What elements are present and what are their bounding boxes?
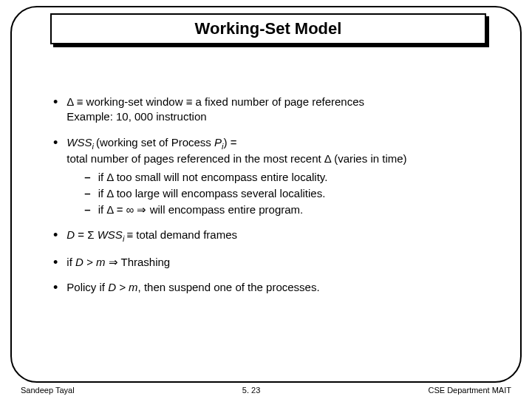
bullet-dot: • [53,281,58,295]
text: D [66,228,75,241]
text: Policy if [66,281,108,293]
slide-content: • Δ ≡ working-set window ≡ a fixed numbe… [53,95,497,306]
bullet-2: • WSSi (working set of Process Pi) = tot… [53,135,497,218]
bullet-dot: • [53,95,58,125]
sub-list: –if Δ too small will not encompass entir… [84,170,497,218]
footer-right: CSE Department MAIT [429,386,511,395]
text: = Σ [75,228,98,241]
bullet-body: D = Σ WSSi ≡ total demand frames [66,228,497,245]
footer-left: Sandeep Tayal [21,386,75,395]
text: if Δ = ∞ ⇒ will encompass entire program… [98,202,304,217]
text: Δ ≡ working-set window ≡ a fixed number … [66,95,364,108]
bullet-dot: • [53,256,58,270]
bullet-body: if D > m ⇒ Thrashing [66,255,497,270]
bullet-body: Policy if D > m, then suspend one of the… [66,280,497,295]
text: D > m [75,256,105,268]
text: ) = [224,136,237,149]
text: total number of pages referenced in the … [66,152,406,165]
text: ⇒ Thrashing [105,256,170,268]
sub-item: –if Δ = ∞ ⇒ will encompass entire progra… [84,202,497,217]
text: Example: 10, 000 instruction [66,110,206,123]
bullet-dot: • [53,136,58,218]
text: P [214,136,222,149]
sub-item: –if Δ too small will not encompass entir… [84,170,497,185]
text: (working set of Process [96,136,214,149]
text: if Δ too small will not encompass entire… [98,170,328,185]
text: WSS [98,228,123,241]
text: WSS [66,136,92,149]
text: ≡ total demand frames [126,228,237,241]
bullet-1: • Δ ≡ working-set window ≡ a fixed numbe… [53,95,497,125]
bullet-dot: • [53,228,58,245]
dash-icon: – [84,170,90,185]
dash-icon: – [84,186,90,201]
title-box: Working-Set Model [50,13,486,44]
bullet-body: Δ ≡ working-set window ≡ a fixed number … [66,95,497,125]
footer: Sandeep Tayal 5. 23 CSE Department MAIT [21,386,511,395]
text: if Δ too large will encompass several lo… [98,186,326,201]
bullet-3: • D = Σ WSSi ≡ total demand frames [53,228,497,245]
text: if [66,256,75,268]
dash-icon: – [84,202,90,217]
slide-title: Working-Set Model [195,19,342,38]
text: , then suspend one of the processes. [138,281,320,293]
bullet-body: WSSi (working set of Process Pi) = total… [66,135,497,218]
sub-item: –if Δ too large will encompass several l… [84,186,497,201]
footer-center: 5. 23 [242,386,260,395]
bullet-5: • Policy if D > m, then suspend one of t… [53,280,497,295]
text: D > m [108,281,137,293]
bullet-4: • if D > m ⇒ Thrashing [53,255,497,270]
